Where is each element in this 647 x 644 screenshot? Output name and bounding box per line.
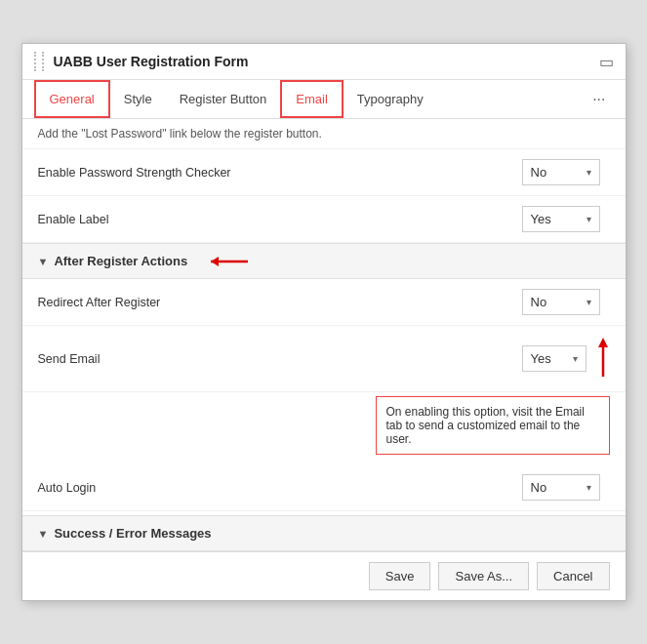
send-email-value: Yes bbox=[531, 351, 551, 366]
tab-register-button[interactable]: Register Button bbox=[166, 82, 281, 116]
enable-label-control: Yes ▾ bbox=[522, 206, 610, 232]
after-register-chevron: ▼ bbox=[38, 256, 49, 267]
svg-marker-3 bbox=[598, 338, 608, 347]
save-as-button[interactable]: Save As... bbox=[438, 562, 529, 590]
annotation-arrow-left bbox=[201, 255, 250, 268]
save-button[interactable]: Save bbox=[369, 562, 431, 590]
enable-label-label: Enable Label bbox=[38, 213, 522, 226]
annotation-arrow-up bbox=[596, 336, 610, 382]
tab-style[interactable]: Style bbox=[110, 82, 166, 116]
enable-label-select[interactable]: Yes ▾ bbox=[522, 206, 600, 232]
auto-login-value: No bbox=[531, 480, 547, 495]
password-strength-select[interactable]: No ▾ bbox=[522, 159, 600, 185]
auto-login-row: Auto Login No ▾ bbox=[22, 464, 626, 511]
enable-label-arrow: ▾ bbox=[586, 214, 591, 224]
password-strength-label: Enable Password Strength Checker bbox=[38, 166, 522, 180]
auto-login-select[interactable]: No ▾ bbox=[522, 474, 600, 501]
auto-login-control: No ▾ bbox=[522, 474, 610, 501]
password-strength-row: Enable Password Strength Checker No ▾ bbox=[22, 149, 626, 196]
enable-label-row: Enable Label Yes ▾ bbox=[22, 196, 626, 243]
auto-login-arrow: ▾ bbox=[586, 482, 591, 493]
redirect-after-register-label: Redirect After Register bbox=[38, 296, 522, 309]
redirect-after-register-arrow: ▾ bbox=[586, 297, 591, 307]
tab-typography[interactable]: Typography bbox=[344, 82, 437, 116]
tab-general[interactable]: General bbox=[34, 80, 110, 118]
footer: Save Save As... Cancel bbox=[22, 551, 626, 600]
send-email-row: Send Email Yes ▾ bbox=[22, 326, 626, 392]
tabs-more-icon[interactable]: ··· bbox=[585, 85, 613, 114]
password-strength-value: No bbox=[531, 165, 547, 180]
success-section-header[interactable]: ▼ Success / Error Messages bbox=[22, 515, 626, 551]
redirect-after-register-control: No ▾ bbox=[522, 289, 610, 315]
cancel-button[interactable]: Cancel bbox=[537, 562, 609, 590]
password-strength-control: No ▾ bbox=[522, 159, 610, 185]
send-email-label: Send Email bbox=[38, 352, 522, 366]
auto-login-label: Auto Login bbox=[38, 481, 522, 495]
redirect-after-register-select[interactable]: No ▾ bbox=[522, 289, 600, 315]
send-email-control: Yes ▾ bbox=[522, 336, 610, 382]
drag-handle[interactable] bbox=[34, 52, 44, 71]
send-email-note: On enabling this option, visit the Email… bbox=[376, 396, 610, 455]
info-text: Add the "Lost Password" link below the r… bbox=[22, 119, 626, 149]
success-chevron: ▼ bbox=[38, 528, 49, 540]
send-email-note-row: On enabling this option, visit the Email… bbox=[22, 392, 626, 464]
titlebar: UABB User Registration Form ▭ bbox=[22, 44, 626, 80]
main-window: UABB User Registration Form ▭ General St… bbox=[21, 43, 627, 601]
success-section-label: Success / Error Messages bbox=[54, 526, 211, 541]
minimize-icon[interactable]: ▭ bbox=[599, 53, 614, 71]
redirect-after-register-row: Redirect After Register No ▾ bbox=[22, 279, 626, 326]
after-register-section-header[interactable]: ▼ After Register Actions bbox=[22, 243, 626, 279]
svg-marker-1 bbox=[211, 257, 219, 266]
send-email-select[interactable]: Yes ▾ bbox=[522, 345, 586, 372]
send-email-arrow: ▾ bbox=[573, 353, 578, 364]
window-title: UABB User Registration Form bbox=[54, 54, 599, 69]
after-register-label: After Register Actions bbox=[54, 254, 187, 268]
tab-bar: General Style Register Button Email Typo… bbox=[22, 80, 626, 119]
password-strength-arrow: ▾ bbox=[586, 167, 591, 178]
redirect-after-register-value: No bbox=[531, 295, 547, 309]
tab-email[interactable]: Email bbox=[280, 80, 344, 118]
enable-label-value: Yes bbox=[531, 212, 551, 226]
content-area: Add the "Lost Password" link below the r… bbox=[22, 119, 626, 551]
